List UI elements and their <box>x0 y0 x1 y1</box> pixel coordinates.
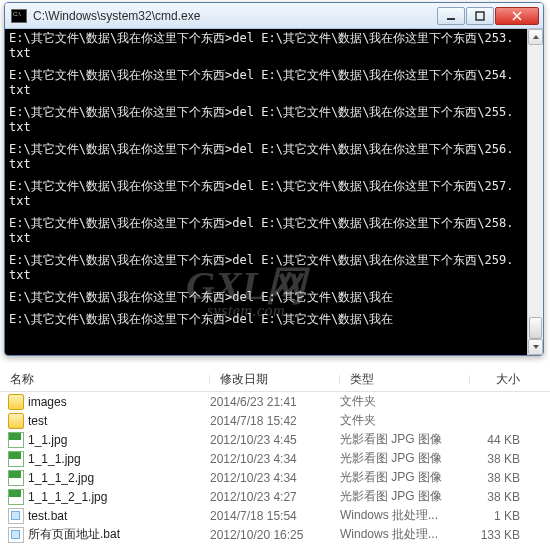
scroll-thumb[interactable] <box>529 317 542 339</box>
file-row[interactable]: 1_1.jpg2012/10/23 4:45光影看图 JPG 图像44 KB <box>0 430 550 449</box>
file-row[interactable]: test.bat2014/7/18 15:54Windows 批处理...1 K… <box>0 506 550 525</box>
column-date[interactable]: 修改日期 <box>210 371 340 388</box>
file-size: 133 KB <box>470 528 530 542</box>
file-size: 1 KB <box>470 509 530 523</box>
console-line: E:\其它文件\数据\我在你这里下个东西>del E:\其它文件\数据\我在你这… <box>9 142 523 157</box>
bat-icon <box>8 508 24 524</box>
console-line: E:\其它文件\数据\我在你这里下个东西>del E:\其它文件\数据\我在你这… <box>9 216 523 231</box>
file-date: 2012/10/20 16:25 <box>210 528 340 542</box>
console-line: txt <box>9 268 523 283</box>
file-name: 1_1_1_2_1.jpg <box>28 490 107 504</box>
console-line: E:\其它文件\数据\我在你这里下个东西>del E:\其它文件\数据\我在你这… <box>9 31 523 46</box>
file-date: 2014/6/23 21:41 <box>210 395 340 409</box>
file-row[interactable]: test2014/7/18 15:42文件夹 <box>0 411 550 430</box>
file-row[interactable]: 1_1_1_2_1.jpg2012/10/23 4:27光影看图 JPG 图像3… <box>0 487 550 506</box>
file-type: Windows 批处理... <box>340 507 470 524</box>
titlebar[interactable]: C:\Windows\system32\cmd.exe <box>5 3 543 29</box>
explorer-pane: 名称 修改日期 类型 大小 images2014/6/23 21:41文件夹te… <box>0 368 550 544</box>
console-line: E:\其它文件\数据\我在你这里下个东西>del E:\其它文件\数据\我在你这… <box>9 68 523 83</box>
file-type: 光影看图 JPG 图像 <box>340 431 470 448</box>
console-line: txt <box>9 157 523 172</box>
file-name: 1_1_1.jpg <box>28 452 81 466</box>
column-size[interactable]: 大小 <box>470 371 530 388</box>
column-headers[interactable]: 名称 修改日期 类型 大小 <box>0 368 550 392</box>
folder-icon <box>8 394 24 410</box>
file-type: 光影看图 JPG 图像 <box>340 488 470 505</box>
svg-rect-1 <box>476 12 484 20</box>
file-name: 所有页面地址.bat <box>28 526 120 543</box>
console-line: E:\其它文件\数据\我在你这里下个东西>del E:\其它文件\数据\我在你这… <box>9 253 523 268</box>
file-row[interactable]: images2014/6/23 21:41文件夹 <box>0 392 550 411</box>
column-name[interactable]: 名称 <box>0 371 210 388</box>
file-name: test.bat <box>28 509 67 523</box>
file-date: 2012/10/23 4:34 <box>210 471 340 485</box>
file-name: test <box>28 414 47 428</box>
file-name: 1_1_1_2.jpg <box>28 471 94 485</box>
console-line: txt <box>9 231 523 246</box>
minimize-button[interactable] <box>437 7 465 25</box>
console-output[interactable]: E:\其它文件\数据\我在你这里下个东西>del E:\其它文件\数据\我在你这… <box>5 29 527 355</box>
file-type: 文件夹 <box>340 393 470 410</box>
file-row[interactable]: 所有页面地址.bat2012/10/20 16:25Windows 批处理...… <box>0 525 550 544</box>
scroll-track[interactable] <box>528 45 543 339</box>
jpg-icon <box>8 470 24 486</box>
folder-icon <box>8 413 24 429</box>
console-line: E:\其它文件\数据\我在你这里下个东西>del E:\其它文件\数据\我在 <box>9 290 523 305</box>
file-size: 38 KB <box>470 452 530 466</box>
file-type: 光影看图 JPG 图像 <box>340 450 470 467</box>
cmd-window: C:\Windows\system32\cmd.exe E:\其它文件\数据\我… <box>4 2 544 356</box>
console-line: txt <box>9 194 523 209</box>
window-title: C:\Windows\system32\cmd.exe <box>33 9 437 23</box>
file-type: 光影看图 JPG 图像 <box>340 469 470 486</box>
file-date: 2014/7/18 15:54 <box>210 509 340 523</box>
file-size: 44 KB <box>470 433 530 447</box>
file-row[interactable]: 1_1_1_2.jpg2012/10/23 4:34光影看图 JPG 图像38 … <box>0 468 550 487</box>
close-button[interactable] <box>495 7 539 25</box>
file-type: 文件夹 <box>340 412 470 429</box>
file-list: images2014/6/23 21:41文件夹test2014/7/18 15… <box>0 392 550 544</box>
console-line: E:\其它文件\数据\我在你这里下个东西>del E:\其它文件\数据\我在 <box>9 312 523 327</box>
console-line: txt <box>9 46 523 61</box>
file-date: 2012/10/23 4:34 <box>210 452 340 466</box>
scroll-up-button[interactable] <box>528 29 543 45</box>
bat-icon <box>8 527 24 543</box>
scrollbar[interactable] <box>527 29 543 355</box>
file-name: images <box>28 395 67 409</box>
file-size: 38 KB <box>470 490 530 504</box>
svg-rect-0 <box>447 18 455 20</box>
file-type: Windows 批处理... <box>340 526 470 543</box>
column-type[interactable]: 类型 <box>340 371 470 388</box>
file-row[interactable]: 1_1_1.jpg2012/10/23 4:34光影看图 JPG 图像38 KB <box>0 449 550 468</box>
maximize-button[interactable] <box>466 7 494 25</box>
console-line: txt <box>9 83 523 98</box>
file-date: 2014/7/18 15:42 <box>210 414 340 428</box>
file-date: 2012/10/23 4:27 <box>210 490 340 504</box>
cmd-icon <box>11 9 27 23</box>
file-size: 38 KB <box>470 471 530 485</box>
scroll-down-button[interactable] <box>528 339 543 355</box>
jpg-icon <box>8 451 24 467</box>
file-name: 1_1.jpg <box>28 433 67 447</box>
jpg-icon <box>8 489 24 505</box>
console-line: E:\其它文件\数据\我在你这里下个东西>del E:\其它文件\数据\我在你这… <box>9 179 523 194</box>
window-buttons <box>437 7 539 25</box>
jpg-icon <box>8 432 24 448</box>
console-line: E:\其它文件\数据\我在你这里下个东西>del E:\其它文件\数据\我在你这… <box>9 105 523 120</box>
file-date: 2012/10/23 4:45 <box>210 433 340 447</box>
console-line: txt <box>9 120 523 135</box>
